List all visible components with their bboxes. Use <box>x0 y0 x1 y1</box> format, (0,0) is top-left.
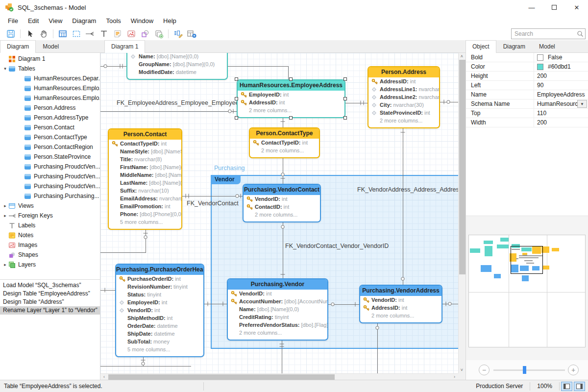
close-button[interactable]: ✕ <box>565 0 588 15</box>
diagram-table-employee-address[interactable]: HumanResources.EmployeeAddressEmployeeID… <box>237 79 345 118</box>
diagram-table-department[interactable]: HumanResources.DepartmentName:[dbo].[Nam… <box>126 53 228 80</box>
maximize-button[interactable] <box>543 0 565 15</box>
history-item[interactable]: Load Model “SQL_3schemas” <box>0 281 100 290</box>
selection-handle[interactable] <box>343 97 347 100</box>
overview-viewport[interactable] <box>511 246 543 274</box>
table-column[interactable]: EmployeeID:int <box>116 298 203 306</box>
menu-window[interactable]: Window <box>126 16 158 26</box>
table-column[interactable]: AddressLine1:nvarchar(... <box>368 85 439 93</box>
properties-tab-model[interactable]: Model <box>532 40 562 52</box>
more-columns-label[interactable]: 2 more columns... <box>368 117 439 124</box>
menu-diagram[interactable]: Diagram <box>67 16 101 26</box>
table-column[interactable]: VendorID:int <box>228 290 327 297</box>
table-column[interactable]: AddressID:int <box>368 77 439 85</box>
table-header-purchase-order-header[interactable]: Purchasing.PurchaseOrderHeader <box>116 265 203 275</box>
table-header-employee-address[interactable]: HumanResources.EmployeeAddress <box>238 80 344 91</box>
table-column[interactable]: PreferredVendorStatus:[dbo].[Flag](0,0) <box>228 321 327 329</box>
color-swatch[interactable] <box>537 64 543 70</box>
horizontal-scroll-thumb[interactable] <box>108 374 335 380</box>
tree-item-labels[interactable]: Labels <box>0 220 100 230</box>
search-input[interactable] <box>512 30 575 37</box>
property-value-schema-name[interactable]: HumanResources▼ <box>534 99 588 108</box>
tree-expander[interactable]: ▸ <box>2 203 8 208</box>
selection-handle[interactable] <box>289 116 293 120</box>
table-column[interactable]: AddressLine2:nvarchar(... <box>368 93 439 101</box>
selection-handle[interactable] <box>235 97 238 100</box>
table-header-vendor[interactable]: Purchasing.Vendor <box>228 279 327 290</box>
table-column[interactable]: PurchaseOrderID:int <box>116 275 203 283</box>
property-value-width[interactable]: 200 <box>534 118 588 127</box>
fk-label-fk-vendorcontact[interactable]: FK_VendorContact <box>187 200 239 207</box>
tree-item-person-addresstype[interactable]: Person.AddressType <box>0 113 100 122</box>
diagram-table-vendor-contact[interactable]: Purchasing.VendorContactVendorID:intCont… <box>243 184 321 222</box>
table-column[interactable]: RevisionNumber:tinyint <box>116 283 203 291</box>
selection-handle[interactable] <box>235 116 238 120</box>
diagram-table-vendor[interactable]: Purchasing.VendorVendorID:intAccountNumb… <box>227 278 328 341</box>
more-columns-label[interactable]: 2 more columns... <box>244 211 320 219</box>
property-value-bold[interactable]: False <box>534 53 588 62</box>
dropdown-arrow-icon[interactable]: ▼ <box>577 100 587 108</box>
scroll-left-icon[interactable]: ‹ <box>101 374 107 380</box>
table-column[interactable]: StateProvinceID:int <box>368 109 439 117</box>
diagram-table-person-address[interactable]: Person.AddressAddressID:intAddressLine1:… <box>368 66 440 128</box>
tree-item-diagram-1[interactable]: Diagram 1 <box>0 54 100 64</box>
scroll-right-icon[interactable]: › <box>451 374 458 380</box>
tree-item-person-contact[interactable]: Person.Contact <box>0 122 100 132</box>
scroll-down-icon[interactable]: ˅ <box>459 367 465 373</box>
diagram-canvas[interactable]: ˄ ˅ ‹ › VendorPurchasingFK_EmployeeAddre… <box>100 53 466 380</box>
save-button[interactable] <box>4 28 18 40</box>
checkbox-unchecked-icon[interactable] <box>537 54 543 61</box>
table-column[interactable]: ContactTypeID:int <box>250 139 319 147</box>
scroll-up-icon[interactable]: ˄ <box>459 53 465 59</box>
table-column[interactable]: Suffix:nvarchar(10) <box>109 187 181 195</box>
menu-edit[interactable]: Edit <box>23 16 44 26</box>
menu-help[interactable]: Help <box>158 16 181 26</box>
selection-handle[interactable] <box>235 77 238 81</box>
tree-item-person-contactregion[interactable]: Person.ContactRegion <box>0 142 100 152</box>
canvas-tab-diagram-1[interactable]: Diagram 1 <box>104 40 145 53</box>
zoom-out-button[interactable]: − <box>479 365 490 375</box>
diagram-table-vendor-address[interactable]: Purchasing.VendorAddressVendorID:intAddr… <box>359 285 442 323</box>
menu-view[interactable]: View <box>44 16 67 26</box>
table-column[interactable]: MiddleName:[dbo].[Name]... <box>109 171 181 179</box>
tree-item-purchasing-proudctven[interactable]: Purchasing.ProudctVen... <box>0 172 100 181</box>
tree-item-views[interactable]: ▸Views <box>0 201 100 211</box>
tree-item-humanresources-emplo[interactable]: HumanResources.Emplo... <box>0 93 100 103</box>
selection-handle[interactable] <box>289 77 293 81</box>
tree-expander[interactable]: ▸ <box>2 262 8 267</box>
menu-file[interactable]: File <box>3 16 23 26</box>
table-column[interactable]: GroupName:[dbo].[Name](0,0) <box>127 60 227 68</box>
sidebar-tab-model[interactable]: Model <box>36 40 66 52</box>
tree-item-notes[interactable]: Notes <box>0 230 100 240</box>
table-column[interactable]: ShipMethodID:int <box>116 314 203 322</box>
property-value-top[interactable]: 110 <box>534 109 588 118</box>
vertical-scroll-thumb[interactable] <box>459 60 466 274</box>
more-columns-label[interactable]: 5 more columns... <box>109 218 181 226</box>
tree-item-images[interactable]: Images <box>0 240 100 250</box>
tree-item-shapes[interactable]: Shapes <box>0 250 100 260</box>
table-column[interactable]: LastName:[dbo].[Name](0... <box>109 179 181 187</box>
zoom-slider-thumb[interactable] <box>523 366 526 374</box>
more-columns-label[interactable]: 2 more columns... <box>360 312 441 319</box>
table-column[interactable]: VendorID:int <box>244 195 320 203</box>
tree-item-purchasing-purchasing[interactable]: Purchasing.Purchasing... <box>0 191 100 201</box>
table-column[interactable]: ContactTypeID:int <box>109 140 181 147</box>
tree-expander[interactable]: ▾ <box>2 66 8 71</box>
new-image-button[interactable] <box>124 28 138 40</box>
table-header-person-address[interactable]: Person.Address <box>368 67 439 77</box>
hand-button[interactable] <box>37 28 50 40</box>
fk-connector[interactable] <box>100 230 146 252</box>
table-column[interactable]: Status:tinyint <box>116 291 203 298</box>
menu-tools[interactable]: Tools <box>101 16 125 26</box>
sidebar-tab-diagram[interactable]: Diagram <box>0 40 36 53</box>
fk-label-fk-vendorcontact-vendor-vendorid[interactable]: FK_VendorContact_Vendor_VendorID <box>285 243 389 249</box>
new-layer-button[interactable] <box>70 28 83 40</box>
table-column[interactable]: VendorID:int <box>116 306 203 314</box>
tree-item-purchasing-proudctven[interactable]: Purchasing.ProudctVen... <box>0 162 100 172</box>
properties-tab-diagram[interactable]: Diagram <box>496 40 532 52</box>
delete-table-button[interactable] <box>185 28 198 40</box>
table-column[interactable]: City:nvarchar(30) <box>368 101 439 109</box>
table-column[interactable]: EmailPromotion:int <box>109 202 181 210</box>
table-column[interactable]: ShipDate:datetime <box>116 330 203 338</box>
more-columns-label[interactable]: 2 more columns... <box>250 147 319 154</box>
